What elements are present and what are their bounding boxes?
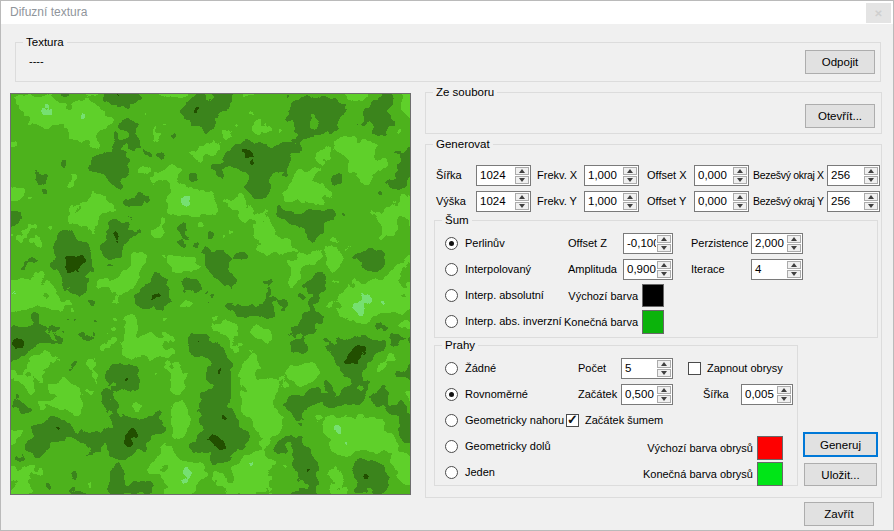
pocet-spinner[interactable]: 5 [621, 358, 673, 379]
radio-zadne[interactable]: Žádné [445, 361, 496, 375]
otevrit-button[interactable]: Otevřít... [805, 104, 875, 128]
spin-down-button[interactable] [733, 202, 747, 210]
frekv-y-spinner[interactable]: 1,000 [584, 191, 639, 212]
konecna-barva-obrysu-label: Konečná barva obrysů [613, 464, 753, 485]
vyska-value[interactable]: 1024 [477, 192, 514, 211]
frekv-x-spinner[interactable]: 1,000 [584, 165, 639, 186]
vyska-label: Výška [436, 191, 466, 212]
bezesvy-okraj-x-value[interactable]: 256 [828, 166, 863, 185]
spin-down-button[interactable] [657, 369, 671, 377]
radio-rovnomerne[interactable]: Rovnoměrné [445, 387, 528, 401]
offset-x-value[interactable]: 0,000 [695, 166, 732, 185]
radio-interp-absolutni[interactable]: Interp. absolutní [445, 288, 544, 302]
radio-geometricky-dolu[interactable]: Geometricky dolů [445, 439, 551, 453]
amplituda-spinner[interactable]: 0,900 [623, 259, 673, 280]
spin-down-button[interactable] [515, 176, 529, 184]
spin-down-button[interactable] [864, 176, 878, 184]
offset-y-value[interactable]: 0,000 [695, 192, 732, 211]
spin-buttons [656, 260, 672, 279]
perzistence-value[interactable]: 2,000 [752, 234, 786, 253]
spin-down-button[interactable] [657, 244, 671, 252]
spin-up-button[interactable] [777, 386, 791, 394]
spin-down-button[interactable] [623, 202, 637, 210]
iterace-spinner[interactable]: 4 [751, 259, 803, 280]
bezesvy-okraj-x-spinner[interactable]: 256 [827, 165, 880, 186]
amplituda-value[interactable]: 0,900 [624, 260, 656, 279]
sirka-value[interactable]: 1024 [477, 166, 514, 185]
spin-up-button[interactable] [733, 193, 747, 201]
spin-up-button[interactable] [733, 167, 747, 175]
spin-down-button[interactable] [657, 395, 671, 403]
pocet-value[interactable]: 5 [622, 359, 656, 378]
zacatek-spinner[interactable]: 0,500 [621, 384, 673, 405]
spin-buttons [732, 166, 748, 185]
iterace-value[interactable]: 4 [752, 260, 786, 279]
offset-z-value[interactable]: -0,100 [624, 234, 656, 253]
spin-up-button[interactable] [864, 167, 878, 175]
spin-up-button[interactable] [623, 193, 637, 201]
konecna-barva-obrysu-swatch[interactable] [757, 462, 783, 486]
vyska-spinner[interactable]: 1024 [476, 191, 531, 212]
spin-down-button[interactable] [657, 270, 671, 278]
spin-up-button[interactable] [657, 235, 671, 243]
bezesvy-okraj-y-label: Bezešvý okraj Y [753, 191, 824, 212]
spin-up-button[interactable] [515, 193, 529, 201]
close-button[interactable]: ✕ [866, 3, 891, 23]
spin-up-button[interactable] [515, 167, 529, 175]
zacatek-value[interactable]: 0,500 [622, 385, 656, 404]
radio-geometricky-nahoru[interactable]: Geometricky nahoru [445, 413, 564, 427]
sirka-prahu-value[interactable]: 0,005 [742, 385, 776, 404]
spin-down-icon [868, 204, 874, 208]
radio-perlinuv[interactable]: Perlinův [445, 236, 505, 250]
konecna-barva-swatch[interactable] [642, 310, 664, 334]
spin-up-button[interactable] [787, 261, 801, 269]
generuj-button[interactable]: Generuj [803, 432, 878, 457]
checkbox-label: Zapnout obrysy [707, 362, 783, 374]
offset-x-spinner[interactable]: 0,000 [694, 165, 749, 186]
spin-buttons [656, 359, 672, 378]
spin-down-button[interactable] [864, 202, 878, 210]
spin-buttons [622, 166, 638, 185]
vychozi-barva-obrysu-label: Výchozí barva obrysů [613, 438, 753, 459]
radio-jeden[interactable]: Jeden [445, 465, 495, 479]
offset-z-spinner[interactable]: -0,100 [623, 233, 673, 254]
vychozi-barva-obrysu-swatch[interactable] [757, 436, 783, 460]
spin-down-button[interactable] [623, 176, 637, 184]
spin-up-button[interactable] [657, 360, 671, 368]
radio-label: Perlinův [465, 237, 505, 249]
zapnout-obrysy-checkbox[interactable]: Zapnout obrysy [688, 361, 783, 375]
spin-down-button[interactable] [787, 270, 801, 278]
bezesvy-okraj-y-spinner[interactable]: 256 [827, 191, 880, 212]
odpojit-button[interactable]: Odpojit [805, 50, 875, 74]
frekv-x-value[interactable]: 1,000 [585, 166, 622, 185]
spin-down-button[interactable] [733, 176, 747, 184]
radio-circle [445, 289, 458, 302]
radio-interpolovany[interactable]: Interpolovaný [445, 262, 531, 276]
texture-preview [10, 93, 411, 495]
zavrit-button[interactable]: Zavřít [804, 502, 874, 526]
offset-y-spinner[interactable]: 0,000 [694, 191, 749, 212]
spin-down-button[interactable] [515, 202, 529, 210]
spin-down-button[interactable] [787, 244, 801, 252]
spin-up-button[interactable] [657, 386, 671, 394]
spin-up-button[interactable] [657, 261, 671, 269]
bezesvy-okraj-y-value[interactable]: 256 [828, 192, 863, 211]
radio-circle [445, 440, 458, 453]
zacatek-sumem-checkbox[interactable]: Začátek šumem [566, 413, 663, 427]
frekv-y-value[interactable]: 1,000 [585, 192, 622, 211]
sirka-prahu-spinner[interactable]: 0,005 [741, 384, 793, 405]
spin-up-icon [519, 169, 525, 173]
ulozit-button[interactable]: Uložit... [804, 463, 877, 486]
spin-buttons [776, 385, 792, 404]
spin-up-button[interactable] [787, 235, 801, 243]
spin-up-icon [661, 362, 667, 366]
spin-down-button[interactable] [777, 395, 791, 403]
perzistence-spinner[interactable]: 2,000 [751, 233, 803, 254]
prahy-group: Prahy Žádné Rovnoměrné Geometricky nahor… [434, 345, 798, 486]
vychozi-barva-swatch[interactable] [642, 284, 664, 307]
spin-up-button[interactable] [864, 193, 878, 201]
spin-up-button[interactable] [623, 167, 637, 175]
textura-group-label: Textura [23, 35, 67, 49]
sirka-spinner[interactable]: 1024 [476, 165, 531, 186]
spin-down-icon [627, 204, 633, 208]
